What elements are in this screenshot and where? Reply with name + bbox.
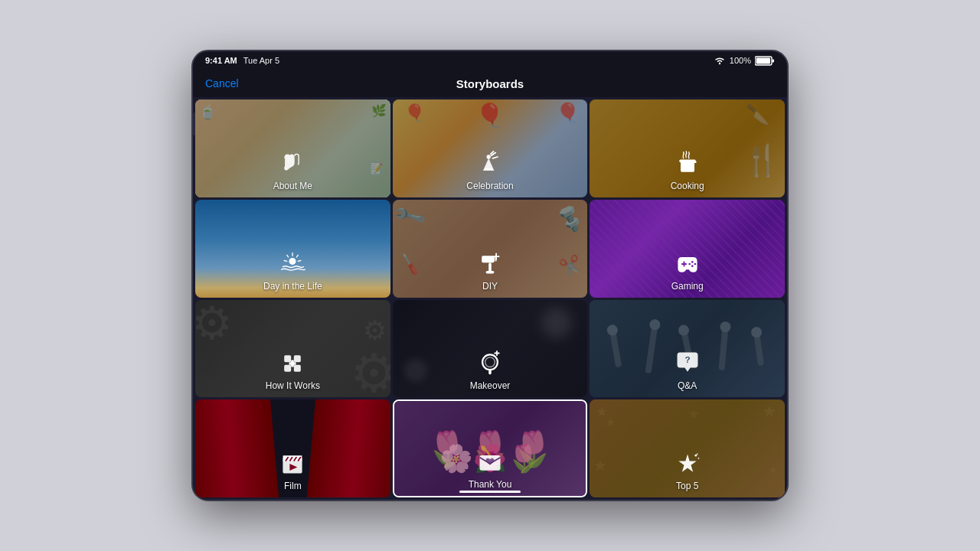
qa-icon: ? <box>674 350 701 377</box>
gaming-label: Gaming <box>671 281 704 292</box>
makeover-label: Makeover <box>470 380 511 391</box>
grid-item-cooking[interactable]: 🍴 🔪 Cooking <box>590 99 785 197</box>
svg-rect-20 <box>486 271 495 274</box>
qa-label: Q&A <box>678 380 697 391</box>
grid-item-day-in-life[interactable]: Day in the Life <box>195 200 390 298</box>
svg-rect-8 <box>681 161 694 171</box>
grid-item-about-me[interactable]: 🍵 🌿 📝 About Me <box>195 99 390 197</box>
wave-icon <box>279 150 306 178</box>
svg-line-14 <box>287 255 289 257</box>
grid-item-makeover[interactable]: Makeover <box>393 300 588 398</box>
grid-item-thank-you[interactable]: 🌷🌷🌷 🌸🌺🌷 Thank You <box>393 399 588 497</box>
thank-you-icon <box>476 448 504 476</box>
day-icon <box>279 250 306 278</box>
storyboards-grid: 🍵 🌿 📝 About Me 🎈 🎈 🎈 <box>193 97 787 500</box>
day-in-life-label: Day in the Life <box>263 281 322 292</box>
grid-item-celebration[interactable]: 🎈 🎈 🎈 Celebration <box>393 99 588 197</box>
svg-rect-19 <box>488 262 492 272</box>
top-5-label: Top 5 <box>676 481 698 491</box>
svg-rect-39 <box>488 370 492 374</box>
gaming-icon <box>674 250 701 278</box>
svg-rect-47 <box>283 455 302 457</box>
wifi-icon <box>714 56 726 65</box>
svg-point-28 <box>688 262 691 265</box>
svg-point-27 <box>691 265 694 267</box>
svg-rect-24 <box>681 263 687 265</box>
status-time: 9:41 AM <box>205 56 237 65</box>
grid-item-diy[interactable]: 🔧 🔩 🪛 ✂️ DIY <box>393 200 588 298</box>
svg-point-16 <box>289 257 296 264</box>
makeover-icon <box>476 350 504 377</box>
how-it-works-label: How It Works <box>266 380 320 391</box>
cancel-button[interactable]: Cancel <box>205 77 239 90</box>
svg-rect-34 <box>289 362 296 365</box>
svg-rect-3 <box>773 59 775 62</box>
battery-percent: 100% <box>730 56 751 65</box>
grid-item-top-5[interactable]: ★ ★ ★ ★ ★ ★ Top 5 <box>590 399 785 497</box>
celebration-label: Celebration <box>466 181 513 191</box>
svg-text:?: ? <box>684 354 690 364</box>
cooking-label: Cooking <box>671 181 704 191</box>
svg-rect-10 <box>693 161 697 163</box>
about-me-label: About Me <box>273 181 312 191</box>
svg-rect-29 <box>285 355 292 362</box>
svg-point-51 <box>696 454 697 455</box>
status-bar: 9:41 AM Tue Apr 5 100% <box>193 51 787 70</box>
top5-icon <box>674 450 701 478</box>
thank-you-label: Thank You <box>469 479 512 490</box>
celebration-icon <box>476 150 504 178</box>
svg-point-4 <box>486 155 490 158</box>
how-it-works-icon <box>279 350 306 377</box>
svg-line-13 <box>299 260 302 261</box>
svg-point-25 <box>691 260 694 262</box>
status-icons: 100% <box>714 56 775 66</box>
nav-title: Storyboards <box>456 77 524 90</box>
svg-line-15 <box>285 260 288 261</box>
film-icon <box>279 450 306 478</box>
grid-item-qa[interactable]: ? Q&A <box>590 300 785 398</box>
scroll-indicator <box>459 491 521 493</box>
film-label: Film <box>284 481 302 491</box>
svg-point-50 <box>697 458 699 459</box>
svg-rect-2 <box>756 57 771 64</box>
cooking-icon <box>674 150 701 178</box>
diy-label: DIY <box>482 281 498 292</box>
ipad-device: 9:41 AM Tue Apr 5 100% Cancel Storyboard… <box>191 50 789 501</box>
status-date: Tue Apr 5 <box>243 56 279 65</box>
svg-rect-31 <box>285 365 292 372</box>
svg-line-12 <box>297 255 299 257</box>
diy-icon <box>476 250 504 278</box>
svg-rect-32 <box>294 365 301 372</box>
nav-bar: Cancel Storyboards <box>193 70 787 97</box>
svg-rect-30 <box>294 355 301 362</box>
grid-item-film[interactable]: Film <box>195 399 390 497</box>
svg-point-26 <box>694 262 696 265</box>
battery-icon <box>755 56 775 66</box>
grid-item-gaming[interactable]: Gaming <box>590 200 785 298</box>
grid-item-how-it-works[interactable]: ⚙ ⚙ ⚙ How It Works <box>195 300 390 398</box>
svg-point-49 <box>694 455 697 457</box>
svg-point-0 <box>719 63 720 64</box>
svg-line-6 <box>493 157 498 158</box>
svg-point-36 <box>485 357 495 367</box>
